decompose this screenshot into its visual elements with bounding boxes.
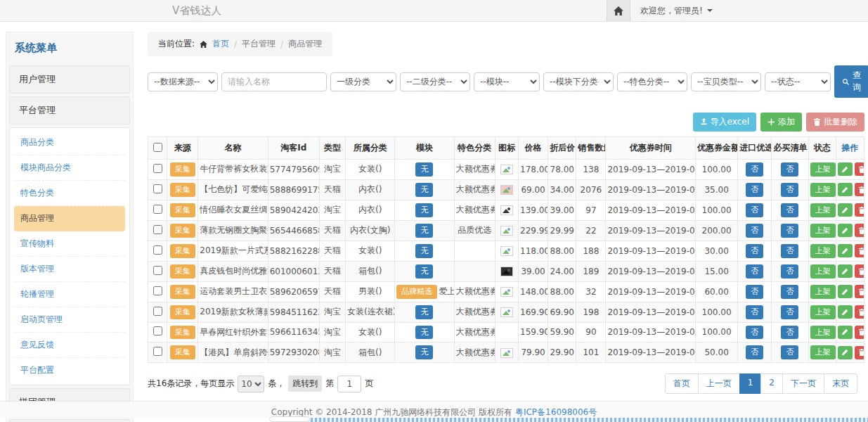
sidebar-link-8[interactable]: 轮播管理 [14,282,125,307]
must-buy-toggle-badge[interactable]: 否 [781,183,798,197]
imported-toggle-badge[interactable]: 否 [746,244,763,258]
row-checkbox[interactable] [153,347,162,356]
sidebar-link-7[interactable]: 版本管理 [14,257,125,282]
delete-button[interactable] [855,305,864,319]
delete-button[interactable] [855,326,864,339]
feature-category-select[interactable]: --特色分类-- [617,72,687,91]
status-badge[interactable]: 上架 [810,183,836,197]
sidebar-section-13[interactable]: 省惠快报 [9,419,130,422]
sidebar-link-5[interactable]: 商品管理 [14,206,125,231]
must-buy-toggle-badge[interactable]: 否 [781,244,798,258]
page-button-4[interactable]: 下一页 [782,373,824,394]
sidebar-link-4[interactable]: 特色分类 [14,181,125,206]
icp-link[interactable]: 粤ICP备16098006号 [515,407,597,417]
module-badge[interactable]: 无 [415,326,433,340]
item-type-select[interactable]: --宝贝类型-- [691,72,761,91]
row-checkbox[interactable] [153,164,162,173]
status-select[interactable]: --状态-- [765,72,831,91]
status-badge[interactable]: 上架 [810,305,836,319]
page-button-0[interactable]: 首页 [665,373,699,394]
user-menu[interactable]: 欢迎您，管理员! [630,0,723,21]
module-sub-category-select[interactable]: --模块下分类-- [543,72,614,91]
level1-category-select[interactable]: 一级分类 [330,72,396,91]
module-badge[interactable]: 无 [415,244,433,258]
module-badge[interactable]: 品牌精选 [396,285,437,299]
batch-delete-button[interactable]: 批量删除 [806,113,864,132]
status-badge[interactable]: 上架 [810,162,836,177]
home-button[interactable] [607,0,630,21]
status-badge[interactable]: 上架 [810,285,836,299]
must-buy-toggle-badge[interactable]: 否 [781,345,798,359]
data-source-select[interactable]: --数据来源-- [148,72,218,91]
must-buy-toggle-badge[interactable]: 否 [781,305,798,319]
sidebar-link-2[interactable]: 商品分类 [14,130,125,155]
module-badge[interactable]: 无 [415,264,433,279]
imported-toggle-badge[interactable]: 否 [746,326,763,340]
page-button-3[interactable]: 2 [760,373,783,394]
page-number-input[interactable] [337,376,361,392]
delete-button[interactable] [855,162,864,176]
page-button-5[interactable]: 末页 [824,373,857,394]
edit-button[interactable] [838,162,853,176]
level2-category-select[interactable]: --二级分类-- [400,72,470,91]
must-buy-toggle-badge[interactable]: 否 [781,203,798,217]
import-excel-button[interactable]: 导入excel [693,113,756,132]
sidebar-link-11[interactable]: 平台配置 [14,358,125,383]
sidebar-section-1[interactable]: 平台管理 [9,96,130,124]
imported-toggle-badge[interactable]: 否 [746,264,763,279]
sidebar-link-9[interactable]: 启动页管理 [14,307,125,333]
name-input[interactable] [221,72,327,91]
row-checkbox[interactable] [153,326,162,335]
imported-toggle-badge[interactable]: 否 [746,345,763,359]
module-select[interactable]: --模块-- [474,72,540,91]
edit-button[interactable] [838,244,853,257]
row-checkbox[interactable] [153,307,162,316]
sidebar-link-10[interactable]: 意见反馈 [14,333,125,358]
row-checkbox[interactable] [153,245,162,255]
edit-button[interactable] [838,264,853,278]
row-checkbox[interactable] [153,286,162,295]
horizontal-scrollbar[interactable] [281,418,868,422]
delete-button[interactable] [855,346,864,359]
delete-button[interactable] [855,285,864,298]
status-badge[interactable]: 上架 [810,224,836,238]
module-badge[interactable]: 无 [415,203,433,217]
search-button[interactable]: 查询 [834,65,868,98]
edit-button[interactable] [838,285,853,298]
row-checkbox[interactable] [153,184,162,193]
delete-button[interactable] [855,203,864,217]
select-all-checkbox[interactable] [153,143,162,152]
edit-button[interactable] [838,305,853,319]
add-button[interactable]: 添加 [760,113,802,132]
sidebar-section-0[interactable]: 用户管理 [9,65,130,94]
imported-toggle-badge[interactable]: 否 [746,224,763,238]
must-buy-toggle-badge[interactable]: 否 [781,264,798,279]
must-buy-toggle-badge[interactable]: 否 [781,285,798,299]
module-badge[interactable]: 无 [415,183,433,197]
row-checkbox[interactable] [153,266,162,275]
row-checkbox[interactable] [153,225,162,234]
delete-button[interactable] [855,264,864,278]
delete-button[interactable] [855,183,864,196]
imported-toggle-badge[interactable]: 否 [746,305,763,319]
page-button-2[interactable]: 1 [739,373,762,394]
breadcrumb-home-link[interactable]: 首页 [212,38,229,50]
status-badge[interactable]: 上架 [810,345,836,359]
must-buy-toggle-badge[interactable]: 否 [781,326,798,340]
module-badge[interactable]: 无 [415,162,433,177]
edit-button[interactable] [838,346,853,359]
row-checkbox[interactable] [153,205,162,214]
imported-toggle-badge[interactable]: 否 [746,285,763,299]
per-page-select[interactable]: 10 [238,376,264,392]
module-badge[interactable]: 无 [415,305,433,319]
status-badge[interactable]: 上架 [810,203,836,217]
module-badge[interactable]: 无 [415,345,433,359]
edit-button[interactable] [838,203,853,217]
module-badge[interactable]: 无 [415,224,433,238]
must-buy-toggle-badge[interactable]: 否 [781,162,798,177]
edit-button[interactable] [838,326,853,339]
status-badge[interactable]: 上架 [810,244,836,258]
delete-button[interactable] [855,224,864,237]
jump-button[interactable]: 跳转到 [288,376,322,392]
must-buy-toggle-badge[interactable]: 否 [781,224,798,238]
